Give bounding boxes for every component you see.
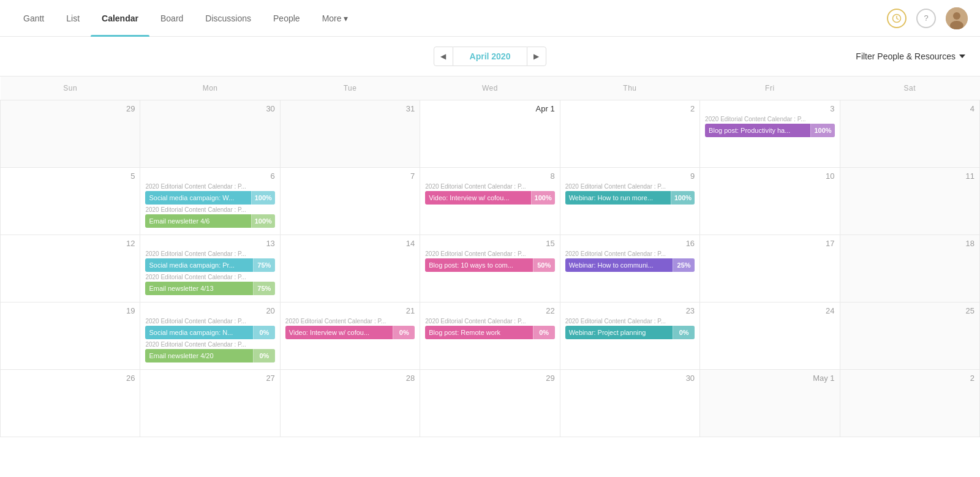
day-number: 16	[565, 239, 695, 248]
day-cell[interactable]: 18	[840, 235, 979, 302]
day-number: 9	[565, 171, 695, 181]
day-number: 12	[6, 239, 135, 248]
day-number: 11	[845, 171, 974, 181]
day-cell[interactable]: 32020 Editorial Content Calendar : P...B…	[700, 100, 840, 168]
week-row-2: 12132020 Editorial Content Calendar : P.…	[1, 235, 980, 302]
day-cell[interactable]: 24	[700, 302, 840, 370]
day-number: 19	[6, 306, 135, 315]
day-number: 18	[845, 239, 974, 248]
nav-tab-people[interactable]: People	[262, 0, 311, 37]
day-cell[interactable]: 17	[700, 235, 840, 302]
event-bar[interactable]: Blog post: Remote work0%	[425, 326, 554, 339]
nav-tab-calendar[interactable]: Calendar	[91, 0, 149, 37]
event-category-label: 2020 Editorial Content Calendar : P...	[705, 116, 834, 122]
user-avatar[interactable]	[946, 7, 968, 29]
day-cell[interactable]: 29	[420, 370, 560, 437]
event-title: Webinar: How to communi...	[565, 258, 673, 272]
event-bar[interactable]: Social media campaign: Pr...75%	[145, 258, 274, 272]
day-number: 13	[145, 239, 274, 248]
week-row-0: 293031Apr 1232020 Editorial Content Cale…	[1, 100, 980, 168]
event-title: Social media campaign: N...	[145, 326, 252, 339]
next-month-button[interactable]: ▶	[527, 47, 546, 66]
day-cell[interactable]: 62020 Editorial Content Calendar : P...S…	[140, 168, 280, 235]
event-bar[interactable]: Blog post: 10 ways to com...50%	[425, 258, 554, 272]
event-category-label: 2020 Editorial Content Calendar : P...	[145, 318, 274, 325]
nav-tabs: GanttListCalendarBoardDiscussionsPeopleM…	[12, 0, 887, 37]
help-icon-btn[interactable]: ?	[916, 9, 936, 28]
day-cell[interactable]: Apr 1	[420, 100, 560, 168]
day-cell[interactable]: 232020 Editorial Content Calendar : P...…	[560, 302, 699, 370]
day-cell[interactable]: 26	[1, 370, 140, 437]
day-cell[interactable]: 31	[280, 100, 420, 168]
day-cell[interactable]: 10	[700, 168, 840, 235]
day-cell[interactable]: 5	[1, 168, 140, 235]
event-category-label: 2020 Editorial Content Calendar : P...	[145, 206, 274, 213]
day-cell[interactable]: 29	[1, 100, 140, 168]
nav-tab-board[interactable]: Board	[149, 0, 194, 37]
event-bar[interactable]: Social media campaign: N...0%	[145, 326, 274, 339]
day-number: 22	[425, 306, 554, 315]
event-bar[interactable]: Email newsletter 4/1375%	[145, 282, 274, 295]
event-category-label: 2020 Editorial Content Calendar : P...	[145, 183, 274, 190]
event-bar[interactable]: Social media campaign: W...100%	[145, 191, 274, 205]
time-icon-btn[interactable]	[887, 9, 907, 28]
event-bar[interactable]: Email newsletter 4/200%	[145, 349, 274, 362]
day-cell[interactable]: 30	[140, 100, 280, 168]
event-bar[interactable]: Email newsletter 4/6100%	[145, 214, 274, 228]
nav-tab-more[interactable]: More ▾	[311, 0, 360, 37]
day-cell[interactable]: 222020 Editorial Content Calendar : P...…	[420, 302, 560, 370]
prev-month-button[interactable]: ◀	[434, 47, 453, 66]
event-bar[interactable]: Video: Interview w/ cofou...100%	[425, 191, 554, 205]
day-number: 24	[705, 306, 834, 315]
day-number: 14	[285, 239, 415, 248]
day-cell[interactable]: 27	[140, 370, 280, 437]
event-bar[interactable]: Webinar: Project planning0%	[565, 326, 695, 339]
day-cell[interactable]: 14	[280, 235, 420, 302]
day-cell[interactable]: 2	[560, 100, 699, 168]
day-cell[interactable]: 132020 Editorial Content Calendar : P...…	[140, 235, 280, 302]
day-number: 17	[705, 239, 834, 248]
nav-tab-list[interactable]: List	[55, 0, 91, 37]
event-category-label: 2020 Editorial Content Calendar : P...	[425, 250, 554, 257]
event-bar[interactable]: Webinar: How to communi...25%	[565, 258, 695, 272]
day-number: Apr 1	[425, 104, 554, 113]
event-title: Blog post: Remote work	[425, 326, 532, 339]
event-title: Video: Interview w/ cofou...	[425, 191, 530, 205]
day-cell[interactable]: 162020 Editorial Content Calendar : P...…	[560, 235, 699, 302]
day-cell[interactable]: 19	[1, 302, 140, 370]
day-cell[interactable]: 25	[840, 302, 979, 370]
event-category-label: 2020 Editorial Content Calendar : P...	[565, 250, 695, 257]
event-percent: 100%	[251, 214, 275, 228]
day-cell[interactable]: 30	[560, 370, 699, 437]
nav-tab-discussions[interactable]: Discussions	[194, 0, 262, 37]
day-cell[interactable]: 82020 Editorial Content Calendar : P...V…	[420, 168, 560, 235]
week-row-4: 2627282930May 12	[1, 370, 980, 437]
day-cell[interactable]: May 1	[700, 370, 840, 437]
day-cell[interactable]: 212020 Editorial Content Calendar : P...…	[280, 302, 420, 370]
day-cell[interactable]: 152020 Editorial Content Calendar : P...…	[420, 235, 560, 302]
event-percent: 0%	[533, 326, 555, 339]
day-number: 5	[6, 171, 135, 181]
day-cell[interactable]: 11	[840, 168, 979, 235]
day-cell[interactable]: 2	[840, 370, 979, 437]
day-cell[interactable]: 7	[280, 168, 420, 235]
event-title: Email newsletter 4/20	[145, 349, 252, 362]
event-percent: 100%	[810, 124, 834, 137]
day-number: 30	[145, 104, 274, 113]
day-cell[interactable]: 92020 Editorial Content Calendar : P...W…	[560, 168, 699, 235]
day-cell[interactable]: 4	[840, 100, 979, 168]
day-cell[interactable]: 202020 Editorial Content Calendar : P...…	[140, 302, 280, 370]
nav-bar: GanttListCalendarBoardDiscussionsPeopleM…	[0, 0, 980, 37]
event-bar[interactable]: Video: Interview w/ cofou...0%	[285, 326, 415, 339]
day-number: 15	[425, 239, 554, 248]
day-cell[interactable]: 28	[280, 370, 420, 437]
nav-tab-gantt[interactable]: Gantt	[12, 0, 55, 37]
event-bar[interactable]: Webinar: How to run more...100%	[565, 191, 695, 205]
day-number: 8	[425, 171, 554, 181]
day-number: 23	[565, 306, 695, 315]
day-number: 2	[845, 374, 974, 383]
event-bar[interactable]: Blog post: Productivity ha...100%	[705, 124, 834, 137]
event-category-label: 2020 Editorial Content Calendar : P...	[425, 318, 554, 325]
day-cell[interactable]: 12	[1, 235, 140, 302]
filter-button[interactable]: Filter People & Resources	[856, 51, 965, 61]
